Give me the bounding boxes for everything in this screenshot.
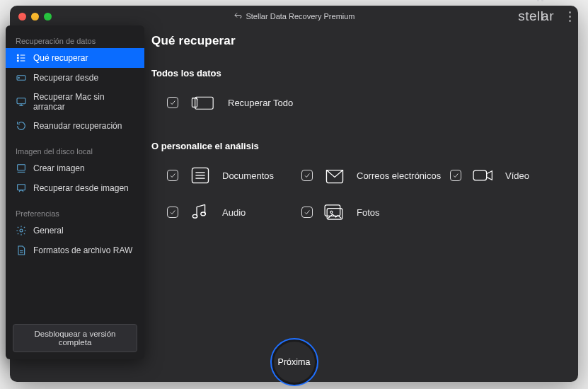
svg-rect-12 — [18, 185, 25, 190]
documents-icon — [188, 166, 212, 185]
checkbox[interactable] — [301, 170, 313, 181]
checkbox[interactable] — [301, 207, 313, 218]
option-photos[interactable]: Fotos — [301, 202, 436, 222]
unlock-wrap: Desbloquear a versión completa — [6, 317, 144, 359]
option-label: Fotos — [357, 207, 380, 218]
maximize-window[interactable] — [44, 13, 52, 21]
photos-icon — [323, 202, 347, 222]
gear-icon — [16, 225, 27, 236]
sidebar-item-resume[interactable]: Reanudar recuperación — [6, 116, 144, 136]
option-emails[interactable]: Correos electrónicos — [301, 166, 450, 185]
option-documents[interactable]: Documentos — [167, 166, 301, 185]
sidebar-item-label: General — [33, 226, 64, 236]
sidebar-item-label: Recuperar desde imagen — [33, 183, 129, 193]
checkbox[interactable] — [450, 170, 461, 181]
svg-rect-22 — [473, 170, 487, 180]
svg-point-4 — [17, 60, 18, 62]
sidebar-section-title: Preferencias — [6, 205, 144, 221]
raw-icon — [16, 245, 27, 256]
image-recover-icon — [16, 182, 27, 194]
option-audio[interactable]: Audio — [167, 202, 301, 222]
brand-logo: stellar — [518, 8, 554, 24]
sidebar-item-noboot-mac[interactable]: Recuperar Mac sin arrancar — [6, 88, 144, 116]
sidebar-item-raw[interactable]: Formatos de archivo RAW — [6, 240, 144, 260]
more-menu-icon[interactable] — [569, 11, 571, 22]
page-title: Qué recuperar — [151, 34, 565, 48]
close-window[interactable] — [18, 13, 26, 21]
svg-point-2 — [17, 57, 18, 59]
option-recover-all[interactable]: Recuperar Todo — [167, 93, 565, 112]
audio-icon — [188, 202, 212, 222]
drive-icon — [16, 72, 27, 83]
section-custom-title: O personalice el análisis — [151, 141, 565, 151]
main-panel: Qué recuperar Todos los datos Recuperar … — [151, 34, 565, 366]
sidebar-item-label: Formatos de archivo RAW — [33, 245, 132, 255]
option-label: Correos electrónicos — [357, 170, 441, 181]
svg-rect-11 — [18, 165, 25, 170]
svg-point-26 — [330, 211, 333, 213]
window-title: Stellar Data Recovery Premium — [246, 12, 354, 21]
video-icon — [471, 166, 495, 185]
option-video[interactable]: Vídeo — [450, 166, 556, 185]
sidebar-item-label: Reanudar recuperación — [33, 121, 122, 131]
unlock-full-version-button[interactable]: Desbloquear a versión completa — [13, 324, 137, 352]
title-center: Stellar Data Recovery Premium — [233, 11, 354, 21]
sidebar-item-what-recover[interactable]: Qué recuperar — [6, 48, 144, 68]
svg-point-7 — [18, 77, 19, 78]
rotate-icon — [16, 120, 27, 132]
option-label: Recuperar Todo — [228, 98, 293, 108]
sidebar-item-label: Qué recuperar — [33, 53, 88, 63]
option-label: Vídeo — [505, 170, 529, 181]
svg-point-0 — [17, 54, 18, 56]
svg-point-23 — [192, 214, 197, 218]
option-label: Documentos — [222, 170, 274, 181]
svg-rect-17 — [192, 98, 197, 108]
sidebar-section-title: Imagen del disco local — [6, 143, 144, 158]
window-controls — [10, 13, 52, 21]
monitor-icon — [16, 96, 27, 108]
checkbox[interactable] — [167, 97, 178, 108]
folder-icon — [191, 93, 215, 112]
image-disk-icon — [16, 163, 27, 174]
sidebar-item-label: Crear imagen — [33, 163, 85, 173]
svg-rect-8 — [17, 98, 25, 104]
sidebar-item-create-image[interactable]: Crear imagen — [6, 158, 144, 178]
svg-point-13 — [20, 229, 23, 232]
checkbox[interactable] — [167, 207, 178, 218]
mail-icon — [323, 166, 347, 185]
brand-text-a: ste — [518, 8, 537, 23]
svg-rect-16 — [195, 97, 214, 109]
sidebar-item-label: Recuperar desde — [33, 73, 98, 83]
next-button[interactable]: Próxima — [270, 338, 318, 386]
sidebar: Recuperación de datos Qué recuperar Recu… — [6, 25, 144, 359]
sidebar-item-label: Recuperar Mac sin arrancar — [33, 92, 134, 112]
checkbox[interactable] — [167, 170, 178, 181]
sidebar-section-title: Recuperación de datos — [6, 33, 144, 48]
title-bar: Stellar Data Recovery Premium stellar — [10, 6, 578, 27]
sidebar-item-general[interactable]: General — [6, 221, 144, 240]
section-all-title: Todos los datos — [151, 68, 565, 79]
option-label: Audio — [222, 207, 246, 218]
list-icon — [16, 52, 27, 64]
back-icon[interactable] — [233, 11, 241, 21]
options-grid: Documentos Correos electrónicos Vídeo Au… — [167, 166, 565, 222]
app-window: Stellar Data Recovery Premium stellar Re… — [10, 6, 578, 382]
minimize-window[interactable] — [31, 13, 39, 21]
sidebar-item-recover-from[interactable]: Recuperar desde — [6, 68, 144, 88]
sidebar-item-recover-image[interactable]: Recuperar desde imagen — [6, 178, 144, 198]
